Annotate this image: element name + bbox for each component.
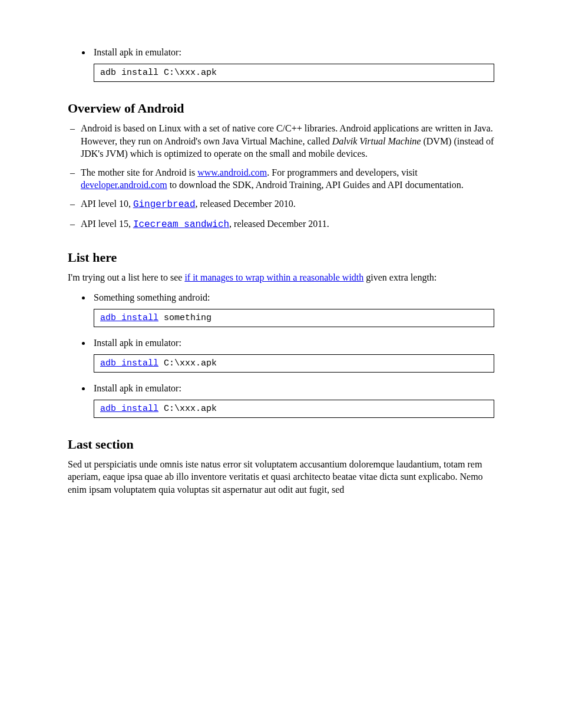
last-section-para: Sed ut perspiciatis unde omnis iste natu…	[68, 458, 494, 496]
intro-post: given extra length:	[363, 272, 437, 282]
intro-link[interactable]: if it manages to wrap within a reasonabl…	[184, 272, 363, 282]
text: , released December 2011.	[229, 219, 329, 229]
code-post: something	[158, 313, 211, 323]
code-block: adb install C:\xxx.apk	[94, 400, 494, 418]
overview-item-1: Android is based on Linux with a set of …	[68, 122, 494, 160]
text: API level 10,	[81, 199, 133, 209]
intro-pre: I'm trying out a list here to see	[68, 272, 184, 282]
text: API level 15,	[81, 219, 133, 229]
text: to download the SDK, Android Training, A…	[167, 180, 464, 190]
link-icecream-sandwich[interactable]: Icecream sandwich	[133, 219, 229, 230]
code-link[interactable]: adb install	[100, 358, 158, 368]
top-item-label: Install apk in emulator:	[94, 47, 181, 57]
list-here: Something something android: adb install…	[68, 292, 494, 418]
text: The mother site for Android is	[81, 167, 197, 177]
code-link[interactable]: adb install	[100, 404, 158, 414]
item-label: Install apk in emulator:	[94, 383, 181, 393]
code-link[interactable]: adb install	[100, 313, 158, 323]
text: . For programmers and developers, visit	[267, 167, 418, 177]
top-list: Install apk in emulator: adb install C:\…	[68, 47, 494, 82]
code-post: C:\xxx.apk	[158, 404, 217, 414]
list-item: Something something android: adb install…	[91, 292, 494, 327]
overview-item-3: API level 10, Gingerbread, released Dece…	[68, 197, 494, 212]
item-label: Install apk in emulator:	[94, 338, 181, 348]
top-list-item: Install apk in emulator: adb install C:\…	[91, 47, 494, 82]
list-item: Install apk in emulator: adb install C:\…	[91, 338, 494, 373]
heading-overview: Overview of Android	[68, 101, 494, 116]
overview-item-2: The mother site for Android is www.andro…	[68, 166, 494, 192]
overview-list: Android is based on Linux with a set of …	[68, 122, 494, 231]
link-android-com[interactable]: www.android.com	[197, 167, 267, 177]
code-block: adb install something	[94, 309, 494, 327]
emph: Dalvik Virtual Machine	[332, 136, 421, 146]
text: , released December 2010.	[196, 199, 296, 209]
heading-list-here: List here	[68, 250, 494, 265]
link-developer-android-com[interactable]: developer.android.com	[81, 180, 167, 190]
code-block: adb install C:\xxx.apk	[94, 64, 494, 82]
code-text: adb install C:\xxx.apk	[100, 68, 217, 78]
overview-item-4: API level 15, Icecream sandwich, release…	[68, 218, 494, 232]
item-label: Something something android:	[94, 292, 210, 302]
heading-last-section: Last section	[68, 437, 494, 452]
code-post: C:\xxx.apk	[158, 358, 217, 368]
link-gingerbread[interactable]: Gingerbread	[133, 199, 196, 210]
list-item: Install apk in emulator: adb install C:\…	[91, 383, 494, 418]
list-here-intro: I'm trying out a list here to see if it …	[68, 271, 494, 284]
code-block: adb install C:\xxx.apk	[94, 354, 494, 373]
